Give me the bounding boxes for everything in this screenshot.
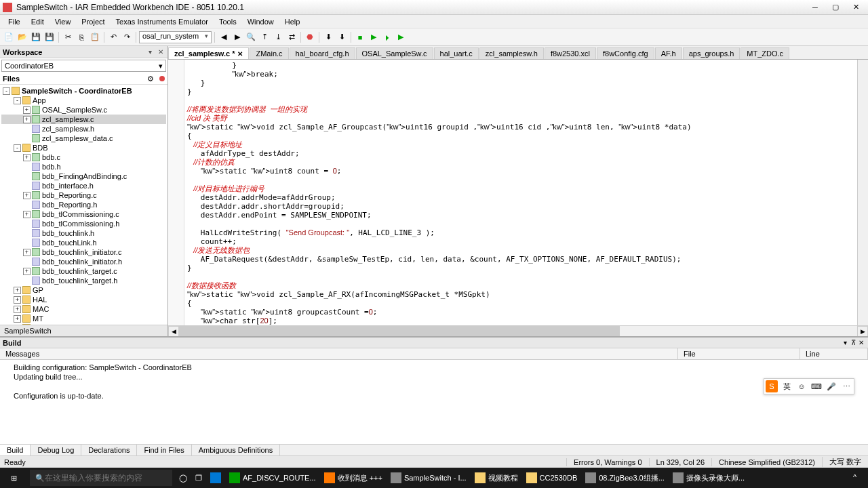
tray-up-icon[interactable]: ^ <box>853 473 863 483</box>
tree-item[interactable]: +HAL <box>1 295 166 304</box>
build-tab[interactable]: Build <box>0 445 31 455</box>
editor-tab[interactable]: f8wConfig.cfg <box>597 47 654 59</box>
editor-tab[interactable]: aps_groups.h <box>683 47 741 59</box>
expand-icon[interactable]: + <box>23 154 31 161</box>
system-tray[interactable]: ^ <box>853 473 868 483</box>
build-tab[interactable]: Ambiguous Definitions <box>192 445 280 455</box>
editor-tab[interactable]: zcl_samplesw.c *✕ <box>168 47 249 59</box>
taskbar-item[interactable]: CC2530DB <box>522 468 582 488</box>
taskbar-item[interactable]: 08.ZigBee3.0组播... <box>581 468 669 488</box>
expand-icon[interactable]: + <box>23 106 31 114</box>
new-file-icon[interactable]: 📄 <box>3 31 15 43</box>
build-tab[interactable]: Find in Files <box>137 445 191 455</box>
menu-tools[interactable]: Tools <box>214 16 242 27</box>
ime-toolbar[interactable]: S 英☺⌨🎤⋯ <box>764 378 854 394</box>
tree-item[interactable]: bdb_tlCommissioning.h <box>1 219 166 228</box>
expand-icon[interactable]: + <box>23 211 31 218</box>
project-root[interactable]: - SampleSwitch - CoordinatorEB <box>1 86 166 96</box>
start-button[interactable]: ⊞ <box>0 468 27 488</box>
nav-back-icon[interactable]: ◀ <box>218 31 230 43</box>
tree-item[interactable]: +OSAL_SampleSw.c <box>1 105 166 115</box>
build-tab[interactable]: Debug Log <box>31 445 81 455</box>
tree-item[interactable]: +MT <box>1 314 166 323</box>
taskbar-item[interactable]: AF_DISCV_ROUTE... <box>225 468 320 488</box>
stop-build-icon[interactable]: ■ <box>354 31 366 43</box>
config-combo[interactable]: CoordinatorEB▾ <box>1 60 166 72</box>
tree-item[interactable]: bdb_Reporting.h <box>1 200 166 209</box>
tree-item[interactable]: +zcl_samplesw.c <box>1 115 166 124</box>
make-icon[interactable]: ⬇ <box>336 31 348 43</box>
menu-view[interactable]: View <box>50 16 77 27</box>
taskbar-item[interactable]: 视频教程 <box>471 468 522 488</box>
bookmark-next-icon[interactable]: ⤓ <box>272 31 284 43</box>
gear-icon[interactable]: ⚙ <box>147 75 155 83</box>
cut-icon[interactable]: ✂ <box>62 31 74 43</box>
tree-item[interactable]: +MAC <box>1 304 166 314</box>
paste-icon[interactable]: 📋 <box>89 31 101 43</box>
build-tab[interactable]: Declarations <box>81 445 137 455</box>
menu-help[interactable]: Help <box>279 16 306 27</box>
tree-item[interactable]: +bdb_touchlink_target.c <box>1 266 166 276</box>
menu-texas-instruments-emulator[interactable]: Texas Instruments Emulator <box>111 16 214 27</box>
editor-tab[interactable]: OSAL_SampleSw.c <box>356 47 433 59</box>
open-icon[interactable]: 📂 <box>16 31 28 43</box>
task-view-icon[interactable]: ◯ <box>175 468 191 488</box>
tree-item[interactable]: -App <box>1 96 166 105</box>
scroll-left-icon[interactable]: ◀ <box>168 326 179 336</box>
editor-tab[interactable]: hal_board_cfg.h <box>290 47 355 59</box>
ime-button[interactable]: 英 <box>781 380 793 392</box>
expand-icon[interactable]: + <box>14 306 21 313</box>
find-icon[interactable]: 🔍 <box>245 31 257 43</box>
expand-icon[interactable]: + <box>23 249 31 256</box>
editor-tab[interactable]: AF.h <box>655 47 682 59</box>
expand-icon[interactable]: + <box>14 287 21 294</box>
taskbar-item[interactable]: 收到消息 +++ <box>320 468 387 488</box>
debug-icon[interactable]: ▶ <box>368 31 380 43</box>
editor-tab[interactable]: zcl_samplesw.h <box>479 47 544 59</box>
config-dropdown[interactable]: osal_run_system <box>139 31 212 43</box>
pin-icon[interactable]: ▾ <box>146 48 154 56</box>
expand-icon[interactable]: - <box>3 87 10 95</box>
ime-logo-icon[interactable]: S <box>766 380 778 392</box>
expand-icon[interactable]: + <box>14 315 21 323</box>
tree-item[interactable]: -BDB <box>1 143 166 152</box>
tree-item[interactable]: bdb.h <box>1 162 166 171</box>
compile-icon[interactable]: ⬇ <box>322 31 334 43</box>
cortana-icon[interactable]: ❐ <box>191 468 206 488</box>
search-input[interactable] <box>45 473 167 483</box>
vertical-scrollbar[interactable] <box>857 60 868 325</box>
tree-item[interactable]: +GP <box>1 285 166 295</box>
minimize-button[interactable]: ─ <box>806 1 825 14</box>
nav-fwd-icon[interactable]: ▶ <box>231 31 243 43</box>
tab-close-icon[interactable]: ✕ <box>237 50 243 58</box>
workspace-bottom-tab[interactable]: SampleSwitch <box>0 325 167 336</box>
tree-item[interactable]: +bdb.c <box>1 152 166 162</box>
tree-item[interactable]: +bdb_touchlink_initiator.c <box>1 247 166 257</box>
tree-item[interactable]: +bdb_tlCommissioning.c <box>1 209 166 219</box>
file-tree[interactable]: - SampleSwitch - CoordinatorEB -App+OSAL… <box>0 85 167 325</box>
menu-file[interactable]: File <box>3 16 26 27</box>
tree-item[interactable]: zcl_samplesw_data.c <box>1 134 166 143</box>
hscroll-track[interactable] <box>179 326 857 336</box>
tree-item[interactable]: +bdb_Reporting.c <box>1 190 166 200</box>
editor-tab[interactable]: MT_ZDO.c <box>741 47 789 59</box>
scroll-right-icon[interactable]: ▶ <box>857 326 868 336</box>
tree-item[interactable]: bdb_touchLink.h <box>1 238 166 247</box>
save-all-icon[interactable]: 💾 <box>43 31 56 43</box>
editor-tab[interactable]: f8w2530.xcl <box>545 47 596 59</box>
maximize-button[interactable]: ▢ <box>826 1 845 14</box>
col-file[interactable]: File <box>678 348 800 359</box>
tree-item[interactable]: bdb_interface.h <box>1 181 166 190</box>
ime-button[interactable]: ⌨ <box>810 380 823 392</box>
expand-icon[interactable]: + <box>23 116 31 123</box>
build-dropdown-icon[interactable]: ▾ <box>841 339 849 347</box>
menu-edit[interactable]: Edit <box>26 16 50 27</box>
build-pin-icon[interactable]: ⊼ <box>849 339 857 347</box>
taskbar-item[interactable]: SampleSwitch - I... <box>387 468 471 488</box>
expand-icon[interactable]: - <box>14 144 21 152</box>
close-button[interactable]: ✕ <box>846 1 865 14</box>
save-icon[interactable]: 💾 <box>30 31 42 43</box>
editor-tab[interactable]: ZMain.c <box>250 47 288 59</box>
bookmark-toggle-icon[interactable]: ⇄ <box>285 31 298 43</box>
tree-item[interactable]: bdb_touchlink_target.h <box>1 276 166 285</box>
